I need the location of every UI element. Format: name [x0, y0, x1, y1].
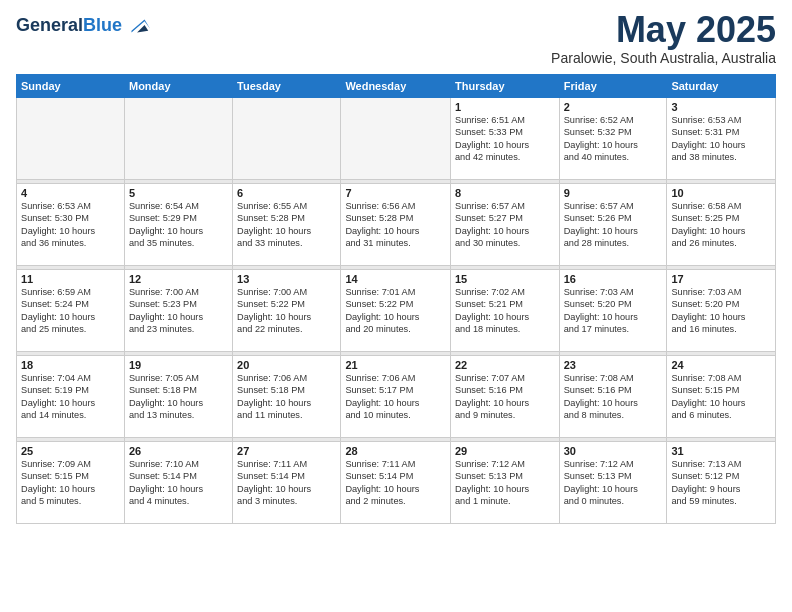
table-row [233, 98, 341, 180]
table-row: 2Sunrise: 6:52 AM Sunset: 5:32 PM Daylig… [559, 98, 667, 180]
table-row [124, 98, 232, 180]
day-info: Sunrise: 7:05 AM Sunset: 5:18 PM Dayligh… [129, 372, 228, 422]
table-row: 23Sunrise: 7:08 AM Sunset: 5:16 PM Dayli… [559, 356, 667, 438]
table-row: 25Sunrise: 7:09 AM Sunset: 5:15 PM Dayli… [17, 442, 125, 524]
calendar-week-row: 1Sunrise: 6:51 AM Sunset: 5:33 PM Daylig… [17, 98, 776, 180]
table-row: 16Sunrise: 7:03 AM Sunset: 5:20 PM Dayli… [559, 270, 667, 352]
table-row: 3Sunrise: 6:53 AM Sunset: 5:31 PM Daylig… [667, 98, 776, 180]
table-row: 13Sunrise: 7:00 AM Sunset: 5:22 PM Dayli… [233, 270, 341, 352]
col-wednesday: Wednesday [341, 75, 451, 98]
day-number: 7 [345, 187, 446, 199]
day-info: Sunrise: 7:02 AM Sunset: 5:21 PM Dayligh… [455, 286, 555, 336]
day-number: 25 [21, 445, 120, 457]
col-monday: Monday [124, 75, 232, 98]
day-number: 27 [237, 445, 336, 457]
day-info: Sunrise: 7:13 AM Sunset: 5:12 PM Dayligh… [671, 458, 771, 508]
day-info: Sunrise: 6:58 AM Sunset: 5:25 PM Dayligh… [671, 200, 771, 250]
calendar-week-row: 11Sunrise: 6:59 AM Sunset: 5:24 PM Dayli… [17, 270, 776, 352]
table-row: 9Sunrise: 6:57 AM Sunset: 5:26 PM Daylig… [559, 184, 667, 266]
table-row: 7Sunrise: 6:56 AM Sunset: 5:28 PM Daylig… [341, 184, 451, 266]
day-number: 21 [345, 359, 446, 371]
day-info: Sunrise: 6:53 AM Sunset: 5:31 PM Dayligh… [671, 114, 771, 164]
day-info: Sunrise: 6:51 AM Sunset: 5:33 PM Dayligh… [455, 114, 555, 164]
day-info: Sunrise: 7:06 AM Sunset: 5:18 PM Dayligh… [237, 372, 336, 422]
day-number: 3 [671, 101, 771, 113]
day-info: Sunrise: 6:52 AM Sunset: 5:32 PM Dayligh… [564, 114, 663, 164]
day-info: Sunrise: 6:53 AM Sunset: 5:30 PM Dayligh… [21, 200, 120, 250]
table-row: 18Sunrise: 7:04 AM Sunset: 5:19 PM Dayli… [17, 356, 125, 438]
day-info: Sunrise: 7:03 AM Sunset: 5:20 PM Dayligh… [564, 286, 663, 336]
table-row: 6Sunrise: 6:55 AM Sunset: 5:28 PM Daylig… [233, 184, 341, 266]
day-number: 24 [671, 359, 771, 371]
day-info: Sunrise: 6:56 AM Sunset: 5:28 PM Dayligh… [345, 200, 446, 250]
subtitle: Paralowie, South Australia, Australia [551, 50, 776, 66]
day-info: Sunrise: 7:01 AM Sunset: 5:22 PM Dayligh… [345, 286, 446, 336]
day-info: Sunrise: 7:11 AM Sunset: 5:14 PM Dayligh… [237, 458, 336, 508]
day-number: 12 [129, 273, 228, 285]
day-number: 6 [237, 187, 336, 199]
table-row: 21Sunrise: 7:06 AM Sunset: 5:17 PM Dayli… [341, 356, 451, 438]
day-info: Sunrise: 6:57 AM Sunset: 5:27 PM Dayligh… [455, 200, 555, 250]
table-row: 20Sunrise: 7:06 AM Sunset: 5:18 PM Dayli… [233, 356, 341, 438]
day-info: Sunrise: 7:11 AM Sunset: 5:14 PM Dayligh… [345, 458, 446, 508]
table-row: 26Sunrise: 7:10 AM Sunset: 5:14 PM Dayli… [124, 442, 232, 524]
logo-general: General [16, 15, 83, 35]
table-row: 24Sunrise: 7:08 AM Sunset: 5:15 PM Dayli… [667, 356, 776, 438]
day-info: Sunrise: 7:04 AM Sunset: 5:19 PM Dayligh… [21, 372, 120, 422]
day-info: Sunrise: 6:54 AM Sunset: 5:29 PM Dayligh… [129, 200, 228, 250]
day-info: Sunrise: 7:00 AM Sunset: 5:23 PM Dayligh… [129, 286, 228, 336]
day-info: Sunrise: 7:03 AM Sunset: 5:20 PM Dayligh… [671, 286, 771, 336]
day-number: 23 [564, 359, 663, 371]
day-number: 16 [564, 273, 663, 285]
day-info: Sunrise: 7:07 AM Sunset: 5:16 PM Dayligh… [455, 372, 555, 422]
day-number: 14 [345, 273, 446, 285]
day-info: Sunrise: 6:59 AM Sunset: 5:24 PM Dayligh… [21, 286, 120, 336]
day-number: 28 [345, 445, 446, 457]
table-row: 1Sunrise: 6:51 AM Sunset: 5:33 PM Daylig… [451, 98, 560, 180]
table-row: 19Sunrise: 7:05 AM Sunset: 5:18 PM Dayli… [124, 356, 232, 438]
day-number: 18 [21, 359, 120, 371]
day-number: 15 [455, 273, 555, 285]
table-row: 12Sunrise: 7:00 AM Sunset: 5:23 PM Dayli… [124, 270, 232, 352]
table-row [17, 98, 125, 180]
day-info: Sunrise: 7:08 AM Sunset: 5:16 PM Dayligh… [564, 372, 663, 422]
day-number: 1 [455, 101, 555, 113]
table-row: 17Sunrise: 7:03 AM Sunset: 5:20 PM Dayli… [667, 270, 776, 352]
month-title: May 2025 [551, 12, 776, 48]
day-info: Sunrise: 7:12 AM Sunset: 5:13 PM Dayligh… [564, 458, 663, 508]
day-info: Sunrise: 7:00 AM Sunset: 5:22 PM Dayligh… [237, 286, 336, 336]
col-saturday: Saturday [667, 75, 776, 98]
table-row: 10Sunrise: 6:58 AM Sunset: 5:25 PM Dayli… [667, 184, 776, 266]
calendar-week-row: 25Sunrise: 7:09 AM Sunset: 5:15 PM Dayli… [17, 442, 776, 524]
day-number: 29 [455, 445, 555, 457]
col-friday: Friday [559, 75, 667, 98]
day-info: Sunrise: 7:08 AM Sunset: 5:15 PM Dayligh… [671, 372, 771, 422]
day-number: 31 [671, 445, 771, 457]
calendar-header-row: Sunday Monday Tuesday Wednesday Thursday… [17, 75, 776, 98]
table-row: 11Sunrise: 6:59 AM Sunset: 5:24 PM Dayli… [17, 270, 125, 352]
day-number: 19 [129, 359, 228, 371]
col-tuesday: Tuesday [233, 75, 341, 98]
day-info: Sunrise: 6:55 AM Sunset: 5:28 PM Dayligh… [237, 200, 336, 250]
logo: GeneralBlue [16, 12, 152, 40]
table-row [341, 98, 451, 180]
table-row: 8Sunrise: 6:57 AM Sunset: 5:27 PM Daylig… [451, 184, 560, 266]
day-number: 11 [21, 273, 120, 285]
table-row: 5Sunrise: 6:54 AM Sunset: 5:29 PM Daylig… [124, 184, 232, 266]
table-row: 28Sunrise: 7:11 AM Sunset: 5:14 PM Dayli… [341, 442, 451, 524]
day-number: 4 [21, 187, 120, 199]
table-row: 4Sunrise: 6:53 AM Sunset: 5:30 PM Daylig… [17, 184, 125, 266]
table-row: 29Sunrise: 7:12 AM Sunset: 5:13 PM Dayli… [451, 442, 560, 524]
table-row: 31Sunrise: 7:13 AM Sunset: 5:12 PM Dayli… [667, 442, 776, 524]
day-number: 9 [564, 187, 663, 199]
col-thursday: Thursday [451, 75, 560, 98]
day-number: 22 [455, 359, 555, 371]
day-info: Sunrise: 7:06 AM Sunset: 5:17 PM Dayligh… [345, 372, 446, 422]
table-row: 27Sunrise: 7:11 AM Sunset: 5:14 PM Dayli… [233, 442, 341, 524]
table-row: 15Sunrise: 7:02 AM Sunset: 5:21 PM Dayli… [451, 270, 560, 352]
day-info: Sunrise: 7:10 AM Sunset: 5:14 PM Dayligh… [129, 458, 228, 508]
calendar-week-row: 18Sunrise: 7:04 AM Sunset: 5:19 PM Dayli… [17, 356, 776, 438]
day-number: 8 [455, 187, 555, 199]
table-row: 14Sunrise: 7:01 AM Sunset: 5:22 PM Dayli… [341, 270, 451, 352]
day-number: 30 [564, 445, 663, 457]
